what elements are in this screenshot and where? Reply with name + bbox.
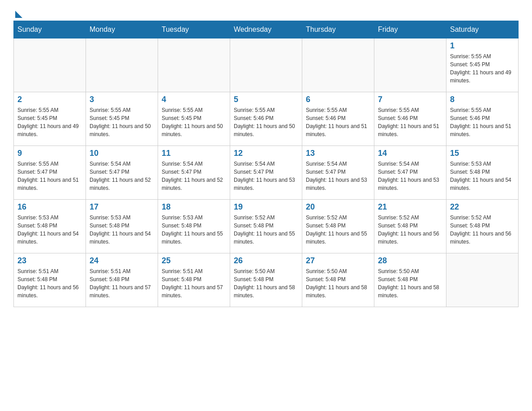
day-info: Sunrise: 5:50 AM Sunset: 5:48 PM Dayligh… (306, 267, 370, 300)
calendar-cell: 26Sunrise: 5:50 AM Sunset: 5:48 PM Dayli… (230, 253, 302, 307)
day-info: Sunrise: 5:51 AM Sunset: 5:48 PM Dayligh… (90, 267, 154, 300)
calendar-cell: 17Sunrise: 5:53 AM Sunset: 5:48 PM Dayli… (86, 200, 158, 253)
day-info: Sunrise: 5:54 AM Sunset: 5:47 PM Dayligh… (306, 160, 370, 192)
calendar-cell: 5Sunrise: 5:55 AM Sunset: 5:46 PM Daylig… (230, 92, 302, 146)
page-header (13, 9, 519, 16)
column-header-sunday: Sunday (14, 21, 86, 39)
day-info: Sunrise: 5:55 AM Sunset: 5:47 PM Dayligh… (17, 160, 82, 192)
day-number: 8 (450, 95, 515, 104)
day-number: 21 (378, 202, 442, 212)
day-info: Sunrise: 5:50 AM Sunset: 5:48 PM Dayligh… (378, 267, 442, 300)
day-info: Sunrise: 5:55 AM Sunset: 5:46 PM Dayligh… (378, 106, 442, 138)
day-number: 13 (306, 149, 370, 158)
calendar-cell (158, 39, 230, 92)
calendar-week-row: 2Sunrise: 5:55 AM Sunset: 5:45 PM Daylig… (14, 92, 519, 146)
day-info: Sunrise: 5:55 AM Sunset: 5:46 PM Dayligh… (306, 106, 370, 138)
day-number: 14 (378, 149, 442, 158)
day-info: Sunrise: 5:52 AM Sunset: 5:48 PM Dayligh… (378, 214, 442, 246)
column-header-monday: Monday (86, 21, 158, 39)
column-header-wednesday: Wednesday (230, 21, 302, 39)
calendar-cell: 7Sunrise: 5:55 AM Sunset: 5:46 PM Daylig… (374, 92, 446, 146)
day-info: Sunrise: 5:54 AM Sunset: 5:47 PM Dayligh… (162, 160, 226, 192)
column-header-saturday: Saturday (446, 21, 519, 39)
calendar-cell: 10Sunrise: 5:54 AM Sunset: 5:47 PM Dayli… (86, 146, 158, 200)
calendar-cell: 4Sunrise: 5:55 AM Sunset: 5:45 PM Daylig… (158, 92, 230, 146)
day-number: 22 (450, 202, 515, 212)
day-number: 28 (378, 256, 442, 265)
calendar-cell: 13Sunrise: 5:54 AM Sunset: 5:47 PM Dayli… (302, 146, 374, 200)
calendar-cell (374, 39, 446, 92)
calendar-cell: 25Sunrise: 5:51 AM Sunset: 5:48 PM Dayli… (158, 253, 230, 307)
day-number: 15 (450, 149, 515, 158)
day-info: Sunrise: 5:55 AM Sunset: 5:45 PM Dayligh… (17, 106, 82, 138)
day-info: Sunrise: 5:53 AM Sunset: 5:48 PM Dayligh… (450, 160, 515, 192)
calendar-cell (14, 39, 86, 92)
day-info: Sunrise: 5:51 AM Sunset: 5:48 PM Dayligh… (162, 267, 226, 300)
day-info: Sunrise: 5:52 AM Sunset: 5:48 PM Dayligh… (450, 214, 515, 246)
day-number: 11 (162, 149, 226, 158)
day-info: Sunrise: 5:53 AM Sunset: 5:48 PM Dayligh… (162, 214, 226, 246)
column-header-tuesday: Tuesday (158, 21, 230, 39)
day-number: 12 (234, 149, 298, 158)
day-info: Sunrise: 5:53 AM Sunset: 5:48 PM Dayligh… (17, 214, 82, 246)
logo (13, 9, 22, 16)
calendar-cell: 16Sunrise: 5:53 AM Sunset: 5:48 PM Dayli… (14, 200, 86, 253)
calendar-cell: 19Sunrise: 5:52 AM Sunset: 5:48 PM Dayli… (230, 200, 302, 253)
calendar-cell (86, 39, 158, 92)
day-info: Sunrise: 5:55 AM Sunset: 5:45 PM Dayligh… (90, 106, 154, 138)
day-info: Sunrise: 5:50 AM Sunset: 5:48 PM Dayligh… (234, 267, 298, 300)
day-number: 2 (17, 95, 82, 104)
calendar-cell (230, 39, 302, 92)
day-number: 1 (450, 41, 515, 51)
day-info: Sunrise: 5:52 AM Sunset: 5:48 PM Dayligh… (306, 214, 370, 246)
day-number: 9 (17, 149, 82, 158)
day-info: Sunrise: 5:55 AM Sunset: 5:46 PM Dayligh… (450, 106, 515, 138)
day-number: 7 (378, 95, 442, 104)
calendar-cell: 21Sunrise: 5:52 AM Sunset: 5:48 PM Dayli… (374, 200, 446, 253)
day-info: Sunrise: 5:54 AM Sunset: 5:47 PM Dayligh… (234, 160, 298, 192)
calendar-cell: 22Sunrise: 5:52 AM Sunset: 5:48 PM Dayli… (446, 200, 519, 253)
calendar-cell: 27Sunrise: 5:50 AM Sunset: 5:48 PM Dayli… (302, 253, 374, 307)
day-info: Sunrise: 5:52 AM Sunset: 5:48 PM Dayligh… (234, 214, 298, 246)
calendar-cell: 6Sunrise: 5:55 AM Sunset: 5:46 PM Daylig… (302, 92, 374, 146)
calendar-week-row: 23Sunrise: 5:51 AM Sunset: 5:48 PM Dayli… (14, 253, 519, 307)
calendar-cell: 20Sunrise: 5:52 AM Sunset: 5:48 PM Dayli… (302, 200, 374, 253)
day-number: 18 (162, 202, 226, 212)
day-number: 5 (234, 95, 298, 104)
day-number: 26 (234, 256, 298, 265)
day-info: Sunrise: 5:55 AM Sunset: 5:45 PM Dayligh… (450, 52, 515, 85)
calendar-cell: 24Sunrise: 5:51 AM Sunset: 5:48 PM Dayli… (86, 253, 158, 307)
calendar-cell: 1Sunrise: 5:55 AM Sunset: 5:45 PM Daylig… (446, 39, 519, 92)
calendar-cell: 3Sunrise: 5:55 AM Sunset: 5:45 PM Daylig… (86, 92, 158, 146)
calendar-cell: 8Sunrise: 5:55 AM Sunset: 5:46 PM Daylig… (446, 92, 519, 146)
calendar-cell: 12Sunrise: 5:54 AM Sunset: 5:47 PM Dayli… (230, 146, 302, 200)
day-number: 24 (90, 256, 154, 265)
logo-arrow-icon (15, 11, 22, 18)
day-info: Sunrise: 5:55 AM Sunset: 5:46 PM Dayligh… (234, 106, 298, 138)
day-info: Sunrise: 5:51 AM Sunset: 5:48 PM Dayligh… (17, 267, 82, 300)
calendar-table: SundayMondayTuesdayWednesdayThursdayFrid… (13, 21, 519, 307)
day-info: Sunrise: 5:55 AM Sunset: 5:45 PM Dayligh… (162, 106, 226, 138)
column-header-friday: Friday (374, 21, 446, 39)
day-number: 20 (306, 202, 370, 212)
calendar-week-row: 9Sunrise: 5:55 AM Sunset: 5:47 PM Daylig… (14, 146, 519, 200)
day-number: 16 (17, 202, 82, 212)
calendar-cell: 11Sunrise: 5:54 AM Sunset: 5:47 PM Dayli… (158, 146, 230, 200)
day-number: 17 (90, 202, 154, 212)
calendar-week-row: 16Sunrise: 5:53 AM Sunset: 5:48 PM Dayli… (14, 200, 519, 253)
day-number: 19 (234, 202, 298, 212)
calendar-cell (302, 39, 374, 92)
day-number: 4 (162, 95, 226, 104)
column-header-thursday: Thursday (302, 21, 374, 39)
day-number: 3 (90, 95, 154, 104)
day-number: 23 (17, 256, 82, 265)
calendar-header-row: SundayMondayTuesdayWednesdayThursdayFrid… (14, 21, 519, 39)
calendar-cell: 15Sunrise: 5:53 AM Sunset: 5:48 PM Dayli… (446, 146, 519, 200)
day-number: 27 (306, 256, 370, 265)
calendar-cell: 18Sunrise: 5:53 AM Sunset: 5:48 PM Dayli… (158, 200, 230, 253)
calendar-cell: 23Sunrise: 5:51 AM Sunset: 5:48 PM Dayli… (14, 253, 86, 307)
day-info: Sunrise: 5:54 AM Sunset: 5:47 PM Dayligh… (378, 160, 442, 192)
calendar-cell: 2Sunrise: 5:55 AM Sunset: 5:45 PM Daylig… (14, 92, 86, 146)
day-number: 25 (162, 256, 226, 265)
calendar-cell: 14Sunrise: 5:54 AM Sunset: 5:47 PM Dayli… (374, 146, 446, 200)
